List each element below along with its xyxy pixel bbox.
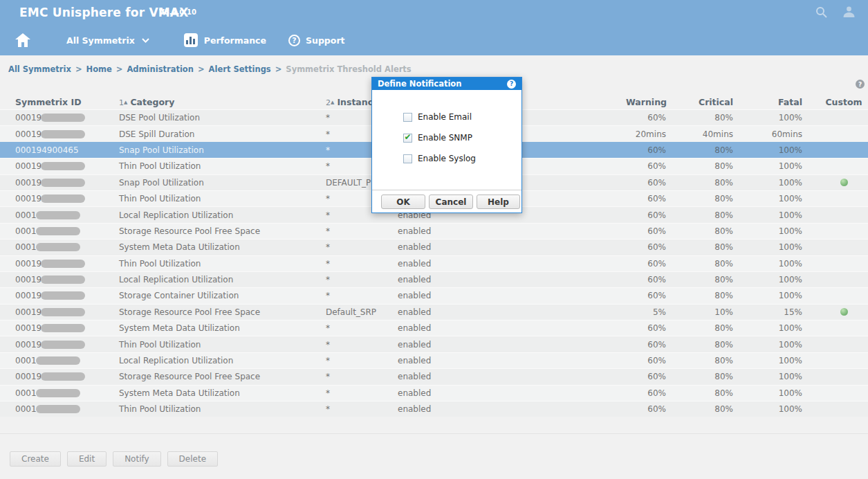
symmetrix-scope-selector[interactable]: All Symmetrix xyxy=(66,35,149,46)
table-row[interactable]: 0001System Meta Data Utilization*enabled… xyxy=(0,385,868,401)
user-icon[interactable] xyxy=(842,6,856,18)
cell-category: System Meta Data Utilization xyxy=(119,323,326,333)
nav-support[interactable]: ? Support xyxy=(288,35,345,46)
breadcrumb-separator: > xyxy=(271,64,286,74)
table-row[interactable]: 0001Storage Resource Pool Free Space*ena… xyxy=(0,223,868,239)
redaction-blob xyxy=(41,275,85,284)
cell-fatal: 100% xyxy=(733,372,802,381)
delete-button[interactable]: Delete xyxy=(167,451,218,467)
cell-symmetrix-id: 00019 xyxy=(15,340,119,350)
table-row[interactable]: 0001Local Replication Utilization*enable… xyxy=(0,352,868,368)
redaction-blob xyxy=(41,324,85,332)
performance-chart-icon xyxy=(184,33,198,47)
table-row[interactable]: 00019Storage Resource Pool Free SpaceDef… xyxy=(0,304,868,320)
dialog-help-icon[interactable]: ? xyxy=(507,80,516,89)
help-button[interactable]: Help xyxy=(477,195,520,209)
cancel-button[interactable]: Cancel xyxy=(429,195,473,209)
cell-warning: 60% xyxy=(626,356,666,365)
checkbox-box[interactable]: ✔ xyxy=(403,154,412,163)
table-row[interactable]: 00019Thin Pool Utilization*enabled60%80%… xyxy=(0,255,868,271)
page-help-icon[interactable]: ? xyxy=(856,80,865,89)
cell-critical: 80% xyxy=(666,113,733,123)
breadcrumb-alert-settings[interactable]: Alert Settings xyxy=(209,64,271,74)
cell-instance: * xyxy=(326,323,398,333)
redaction-blob xyxy=(41,162,85,170)
table-row[interactable]: 00019Local Replication Utilization*enabl… xyxy=(0,271,868,287)
sort-indicator-1: 1▲ xyxy=(119,98,127,107)
cell-symmetrix-id: 0001 xyxy=(15,226,119,236)
header-custom[interactable]: Custom xyxy=(802,97,865,107)
dialog-title: Define Notification xyxy=(378,79,461,89)
table-row[interactable]: 0001Thin Pool Utilization*enabled60%80%1… xyxy=(0,401,868,417)
cell-state: enabled xyxy=(398,242,626,252)
cell-instance: * xyxy=(326,259,398,269)
header-warning[interactable]: Warning xyxy=(626,97,666,107)
cell-symmetrix-id: 00019 xyxy=(15,113,119,123)
table-row[interactable]: 0001System Meta Data Utilization*enabled… xyxy=(0,239,868,255)
cell-category: Local Replication Utilization xyxy=(119,210,326,220)
cell-category: Thin Pool Utilization xyxy=(119,259,326,269)
define-notification-dialog: Define Notification ? ✔Enable Email✔Enab… xyxy=(371,77,522,213)
header-fatal[interactable]: Fatal xyxy=(733,97,802,107)
cell-fatal: 100% xyxy=(733,259,802,269)
header-critical[interactable]: Critical xyxy=(666,97,733,107)
cell-critical: 10% xyxy=(666,307,733,317)
breadcrumb-administration[interactable]: Administration xyxy=(127,64,194,74)
table-row[interactable]: 00019Storage Container Utilization*enabl… xyxy=(0,287,868,303)
header-symmetrix-id[interactable]: Symmetrix ID xyxy=(15,97,119,107)
notify-button[interactable]: Notify xyxy=(113,451,160,467)
cell-instance: * xyxy=(326,372,398,381)
nav-performance[interactable]: Performance xyxy=(184,33,266,47)
cell-instance: * xyxy=(326,356,398,365)
cell-critical: 80% xyxy=(666,372,733,381)
main-nav: All Symmetrix Performance ? Support xyxy=(0,25,868,55)
checkbox-box[interactable]: ✔ xyxy=(403,113,412,122)
cell-symmetrix-id: 0001 xyxy=(15,356,119,365)
cell-warning: 60% xyxy=(626,340,666,350)
support-question-icon: ? xyxy=(288,35,300,46)
custom-indicator-dot xyxy=(840,179,848,186)
table-row[interactable]: 00019Storage Resource Pool Free Space*en… xyxy=(0,368,868,384)
redaction-blob xyxy=(41,179,85,187)
redaction-blob xyxy=(36,389,80,397)
header-category[interactable]: 1▲Category xyxy=(119,97,326,107)
create-button[interactable]: Create xyxy=(10,451,61,467)
cell-warning: 60% xyxy=(626,388,666,398)
cell-custom xyxy=(802,308,865,316)
cell-category: Storage Resource Pool Free Space xyxy=(119,372,326,381)
cell-category: DSE Pool Utilization xyxy=(119,113,326,123)
performance-label: Performance xyxy=(204,35,266,46)
cell-fatal: 100% xyxy=(733,194,802,204)
home-icon[interactable] xyxy=(15,33,30,47)
cell-critical: 80% xyxy=(666,242,733,252)
cell-critical: 80% xyxy=(666,161,733,171)
checkbox-box[interactable]: ✔ xyxy=(403,134,412,143)
cell-critical: 80% xyxy=(666,291,733,300)
breadcrumb-all-symmetrix[interactable]: All Symmetrix xyxy=(8,64,71,74)
cell-fatal: 100% xyxy=(733,388,802,398)
cell-symmetrix-id: 00019 xyxy=(15,259,119,269)
redaction-blob xyxy=(41,372,85,381)
ok-button[interactable]: OK xyxy=(381,195,425,209)
search-icon[interactable] xyxy=(815,6,827,18)
cell-category: Local Replication Utilization xyxy=(119,275,326,284)
table-row[interactable]: 00019System Meta Data Utilization*enable… xyxy=(0,320,868,336)
table-row[interactable]: 00019Thin Pool Utilization*enabled60%80%… xyxy=(0,336,868,352)
breadcrumb-home[interactable]: Home xyxy=(86,64,112,74)
checkbox-enable-snmp[interactable]: ✔Enable SNMP xyxy=(403,133,472,143)
breadcrumb-separator: > xyxy=(71,64,86,74)
redaction-blob xyxy=(36,211,80,219)
cell-category: Storage Resource Pool Free Space xyxy=(119,307,326,317)
cell-warning: 60% xyxy=(626,404,666,414)
checkmark-icon: ✔ xyxy=(404,133,411,141)
cell-category: System Meta Data Utilization xyxy=(119,242,326,252)
checkbox-enable-syslog[interactable]: ✔Enable Syslog xyxy=(403,154,476,163)
cell-symmetrix-id: 00019 xyxy=(15,178,119,188)
cell-state: enabled xyxy=(398,372,626,381)
edit-button[interactable]: Edit xyxy=(67,451,107,467)
checkbox-enable-email[interactable]: ✔Enable Email xyxy=(403,112,472,122)
cell-critical: 80% xyxy=(666,340,733,350)
cell-fatal: 100% xyxy=(733,340,802,350)
checkbox-label: Enable Email xyxy=(418,112,472,122)
cell-category: Local Replication Utilization xyxy=(119,356,326,365)
